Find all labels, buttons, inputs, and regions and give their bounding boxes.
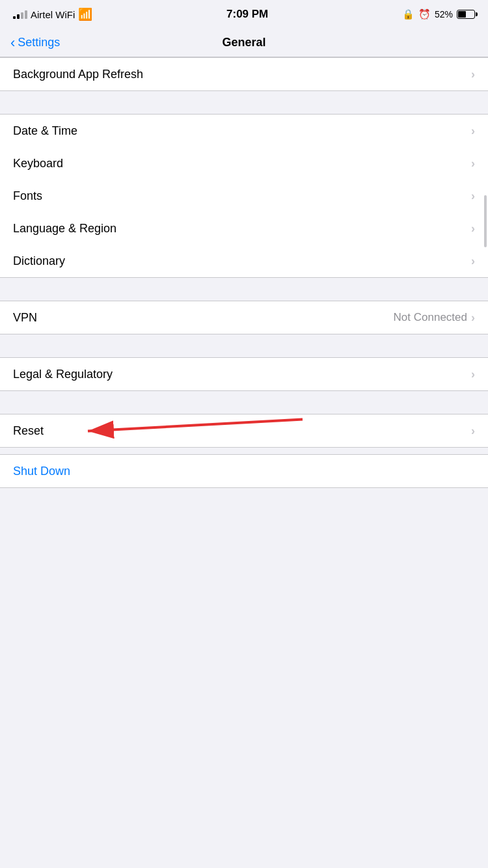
language-region-label: Language & Region [13, 222, 116, 236]
legal-regulatory-label: Legal & Regulatory [13, 368, 113, 381]
row-right: › [471, 222, 475, 236]
row-right: › [471, 68, 475, 81]
chevron-icon: › [471, 222, 475, 236]
battery-indicator [457, 10, 475, 19]
settings-content: Background App Refresh › Date & Time › K… [0, 57, 488, 527]
background-app-refresh-row[interactable]: Background App Refresh › [0, 58, 488, 90]
keyboard-label: Keyboard [13, 157, 63, 170]
legal-regulatory-row[interactable]: Legal & Regulatory › [0, 358, 488, 390]
scrollbar-indicator [484, 195, 487, 247]
chevron-icon: › [471, 124, 475, 138]
alarm-icon: ⏰ [418, 8, 431, 20]
nav-bar: ‹ Settings General [0, 29, 488, 57]
reset-row[interactable]: Reset › [0, 414, 488, 447]
row-right: › [471, 254, 475, 268]
shutdown-label: Shut Down [13, 465, 70, 478]
spacer-3 [0, 334, 488, 357]
row-right: › [471, 189, 475, 203]
datetime-section: Date & Time › Keyboard › Fonts › Languag… [0, 114, 488, 278]
vpn-status: Not Connected [394, 311, 467, 324]
row-right: Not Connected › [394, 311, 475, 325]
back-button-label: Settings [18, 36, 60, 49]
page-title: General [222, 36, 265, 49]
row-right: › [471, 157, 475, 170]
vpn-section: VPN Not Connected › [0, 301, 488, 334]
signal-bars-icon [13, 10, 27, 19]
back-button[interactable]: ‹ Settings [10, 36, 60, 50]
dictionary-row[interactable]: Dictionary › [0, 245, 488, 277]
date-time-row[interactable]: Date & Time › [0, 115, 488, 147]
background-app-refresh-label: Background App Refresh [13, 68, 143, 81]
top-section: Background App Refresh › [0, 57, 488, 91]
back-arrow-icon: ‹ [10, 36, 15, 50]
reset-label: Reset [13, 424, 44, 438]
shutdown-row[interactable]: Shut Down [0, 454, 488, 488]
status-right: 🔒 ⏰ 52% [402, 8, 475, 20]
status-left: Airtel WiFi 📶 [13, 7, 92, 21]
spacer-2 [0, 278, 488, 301]
row-right: › [471, 124, 475, 138]
legal-section: Legal & Regulatory › [0, 357, 488, 391]
chevron-icon: › [471, 254, 475, 268]
lock-icon: 🔒 [402, 8, 414, 20]
keyboard-row[interactable]: Keyboard › [0, 147, 488, 180]
spacer-5 [0, 448, 488, 454]
row-right: › [471, 368, 475, 381]
fonts-row[interactable]: Fonts › [0, 180, 488, 212]
svg-line-1 [88, 420, 303, 431]
spacer-bottom [0, 488, 488, 527]
carrier-label: Airtel WiFi [31, 9, 75, 20]
chevron-icon: › [471, 189, 475, 203]
chevron-icon: › [471, 68, 475, 81]
chevron-icon: › [471, 311, 475, 325]
status-bar: Airtel WiFi 📶 7:09 PM 🔒 ⏰ 52% [0, 0, 488, 29]
red-arrow-annotation [72, 413, 306, 446]
chevron-icon: › [471, 424, 475, 438]
vpn-label: VPN [13, 311, 37, 325]
wifi-icon: 📶 [78, 7, 92, 21]
reset-section: Reset › [0, 414, 488, 448]
chevron-icon: › [471, 157, 475, 170]
spacer-1 [0, 91, 488, 114]
status-time: 7:09 PM [226, 8, 268, 21]
chevron-icon: › [471, 368, 475, 381]
dictionary-label: Dictionary [13, 254, 65, 268]
vpn-row[interactable]: VPN Not Connected › [0, 301, 488, 334]
date-time-label: Date & Time [13, 124, 77, 138]
row-right: › [471, 424, 475, 438]
fonts-label: Fonts [13, 189, 42, 203]
spacer-4 [0, 391, 488, 414]
battery-percent: 52% [435, 9, 453, 20]
language-region-row[interactable]: Language & Region › [0, 212, 488, 245]
